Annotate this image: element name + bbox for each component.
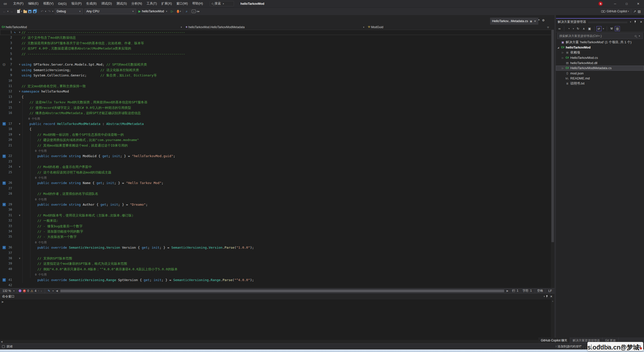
codelens-references[interactable]: 0 个引用 bbox=[22, 273, 47, 276]
feedback-icon[interactable]: ▤ bbox=[637, 10, 641, 13]
error-count[interactable]: 0 bbox=[27, 289, 29, 293]
override-indicator-icon[interactable]: ↑ bbox=[3, 155, 6, 158]
background-tasks-icon[interactable] bbox=[2, 345, 5, 348]
prev-issue-icon[interactable]: ↑ bbox=[38, 289, 39, 292]
editor-vertical-scrollbar[interactable] bbox=[551, 30, 554, 288]
collapse-all-icon[interactable]: ∧ bbox=[581, 26, 586, 31]
properties-wrench-icon[interactable]: ⚒ bbox=[609, 26, 614, 31]
zoom-dropdown[interactable]: 132 % ▾ bbox=[1, 289, 17, 293]
tree-row-project[interactable]: ◢C#helloTarkovMod bbox=[556, 45, 644, 50]
configuration-dropdown[interactable]: Debug ▾ bbox=[55, 9, 83, 14]
platform-dropdown[interactable]: Any CPU ▾ bbox=[85, 9, 136, 14]
notification-badge-icon[interactable] bbox=[598, 2, 603, 6]
redo-icon[interactable]: ↷ bbox=[47, 10, 52, 13]
fold-chevron-icon[interactable]: ∨ bbox=[18, 62, 22, 67]
live-preview-icon[interactable]: ⌂ bbox=[192, 10, 196, 13]
column-indicator[interactable]: 字符: 1 bbox=[522, 289, 532, 293]
tree-item[interactable]: ▷C#HelloTarkovModMetadata.cs bbox=[556, 66, 644, 71]
scroll-left-icon[interactable]: ◀ bbox=[56, 289, 58, 292]
menu-item[interactable]: 编辑(E) bbox=[26, 2, 41, 6]
sync-with-active-document-icon[interactable]: ⇄ bbox=[596, 26, 601, 31]
pin-icon[interactable] bbox=[634, 20, 636, 24]
split-editor-icon[interactable]: ╤ bbox=[547, 26, 549, 28]
start-debugging-button[interactable]: ▶ helloTarkovMod ▾ bbox=[138, 10, 168, 13]
chevron-down-icon[interactable]: ▾ bbox=[52, 10, 54, 13]
tree-item[interactable]: ≣说明书.txt bbox=[556, 81, 644, 86]
braces-indicator-icon[interactable]: {} bbox=[3, 62, 6, 67]
tree-item[interactable]: ▷⊞依赖项 bbox=[556, 50, 644, 55]
close-button[interactable]: ✕ bbox=[632, 0, 644, 8]
line-indicator[interactable]: 行: 1 bbox=[512, 289, 518, 293]
toolbar-overflow-icon[interactable]: ≡▾ bbox=[196, 10, 200, 13]
copilot-label[interactable]: GitHub Copilot bbox=[607, 10, 627, 13]
find-in-files-icon[interactable]: ⌕ bbox=[184, 9, 189, 13]
chevron-down-icon[interactable]: ▾ bbox=[53, 290, 54, 292]
codelens-references[interactable]: 0 个引用 bbox=[22, 117, 40, 120]
navigate-forward-icon[interactable]: → bbox=[9, 10, 14, 13]
fold-chevron-icon[interactable]: ∨ bbox=[18, 256, 22, 261]
search-box[interactable]: 搜索 ▾ bbox=[210, 1, 234, 6]
save-all-icon[interactable] bbox=[33, 10, 36, 13]
menu-item[interactable]: 工具(T) bbox=[144, 2, 159, 6]
menu-item[interactable]: 视图(V) bbox=[41, 2, 56, 6]
quick-actions-icon[interactable]: ✎ bbox=[14, 31, 16, 34]
undo-icon[interactable]: ↶ bbox=[40, 10, 44, 13]
share-icon[interactable]: ↗ bbox=[632, 10, 637, 13]
menu-item[interactable]: 帮助(H) bbox=[190, 2, 205, 6]
copy-view-icon[interactable]: ▣ bbox=[587, 26, 592, 31]
window-position-icon[interactable]: ▾ bbox=[630, 21, 631, 23]
navigate-back-icon[interactable]: ← bbox=[2, 10, 7, 13]
breadcrumb-type-dropdown[interactable]: ❖ helloTarkovMod.HelloTarkovModMetadata … bbox=[184, 25, 366, 29]
expand-chevron-icon[interactable]: ◢ bbox=[556, 46, 560, 49]
chevron-down-icon[interactable]: ▾ bbox=[180, 10, 181, 13]
keep-open-icon[interactable]: ▣ bbox=[530, 20, 532, 23]
chevron-down-icon[interactable]: ▾ bbox=[21, 10, 22, 13]
override-indicator-icon[interactable]: ↑ bbox=[3, 246, 6, 249]
tree-item[interactable]: M↓README.md bbox=[556, 76, 644, 81]
menu-item[interactable]: 测试(S) bbox=[114, 2, 129, 6]
solution-explorer-search[interactable]: 搜索解决方案资源管理器(Ctrl+;) ▾ bbox=[557, 33, 643, 39]
sync-icon[interactable]: ↻ bbox=[576, 26, 581, 31]
chevron-down-icon[interactable]: ▾ bbox=[603, 27, 604, 30]
menu-item[interactable]: Git(G) bbox=[56, 2, 69, 6]
start-without-debugging-icon[interactable]: ▷ bbox=[171, 10, 173, 13]
new-project-icon[interactable] bbox=[17, 10, 20, 13]
tree-item[interactable]: {}mod.json bbox=[556, 71, 644, 76]
close-tab-icon[interactable]: ✕ bbox=[534, 20, 536, 23]
menu-item[interactable]: 文件(F) bbox=[11, 2, 26, 6]
codelens-references[interactable]: 0 个引用 bbox=[22, 176, 47, 180]
pin-icon[interactable] bbox=[546, 295, 548, 298]
code-cleanup-icon[interactable]: ✎ bbox=[48, 289, 50, 293]
save-icon[interactable] bbox=[28, 10, 31, 13]
code-editor[interactable]: 1✎∨// ----------------------------------… bbox=[0, 30, 554, 288]
menu-item[interactable]: 窗口(W) bbox=[174, 2, 190, 6]
codelens-references[interactable]: 0 个引用 bbox=[22, 241, 47, 244]
intellicode-icon[interactable] bbox=[19, 289, 21, 292]
collapse-chevron-icon[interactable]: ▷ bbox=[560, 67, 565, 69]
override-indicator-icon[interactable]: ↑ bbox=[3, 278, 6, 282]
collapse-chevron-icon[interactable]: ▷ bbox=[560, 51, 565, 54]
spaces-indicator[interactable]: 空格 bbox=[535, 289, 545, 293]
breadcrumb-member-dropdown[interactable]: ⚒ ModGuid ╤ bbox=[366, 25, 554, 29]
maximize-button[interactable]: □ bbox=[621, 0, 632, 8]
close-panel-icon[interactable]: ✕ bbox=[640, 20, 642, 24]
hot-reload-icon[interactable] bbox=[177, 10, 179, 13]
command-window-vscrollbar[interactable]: ▲▼ bbox=[551, 299, 554, 340]
override-indicator-icon[interactable]: ↑ bbox=[3, 182, 6, 185]
tree-row-solution[interactable]: ▣解决方案 'helloTarkovMod' (1 个项目, 共 1 个) bbox=[556, 40, 644, 45]
fold-chevron-icon[interactable]: ∨ bbox=[18, 100, 22, 105]
collapse-chevron-icon[interactable]: ▷ bbox=[560, 57, 565, 59]
menu-item[interactable]: 调试(D) bbox=[99, 2, 114, 6]
menu-item[interactable]: 项目(P) bbox=[69, 2, 84, 6]
solution-explorer-titlebar[interactable]: 解决方案资源管理器 ▾ ✕ bbox=[556, 19, 644, 25]
codelens-references[interactable]: 0 个引用 bbox=[22, 149, 47, 153]
gear-icon[interactable]: ⚙ bbox=[542, 19, 545, 22]
tab-list-icon[interactable]: ▾ bbox=[538, 19, 540, 22]
next-issue-icon[interactable]: ↓ bbox=[41, 289, 42, 292]
override-indicator-icon[interactable]: ↑ bbox=[3, 203, 6, 206]
open-folder-icon[interactable] bbox=[23, 11, 27, 13]
menu-item[interactable]: 生成(B) bbox=[84, 2, 99, 6]
override-indicator-icon[interactable]: ↑ bbox=[3, 122, 6, 125]
tree-item[interactable]: ▤helloTarkovMod.dll bbox=[556, 60, 644, 66]
menu-item[interactable]: 分析(N) bbox=[129, 2, 144, 6]
